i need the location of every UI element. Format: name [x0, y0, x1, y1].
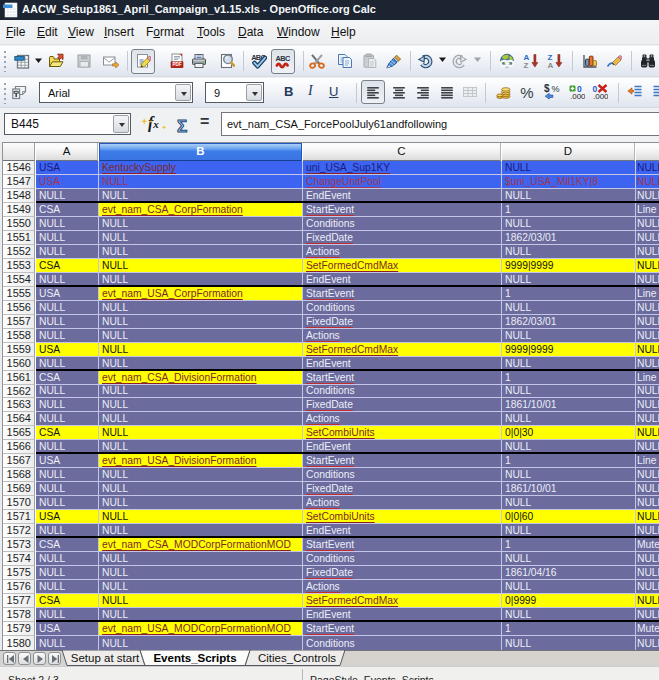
svg-text:%: %	[520, 84, 533, 100]
svg-text:A: A	[548, 61, 554, 69]
svg-text:$: $	[544, 84, 550, 94]
svg-text:PDF: PDF	[172, 62, 181, 67]
svg-text:.000: .000	[593, 92, 608, 100]
svg-text:Σ: Σ	[177, 117, 187, 136]
svg-text:Z: Z	[524, 61, 529, 69]
svg-text:.000: .000	[570, 92, 585, 100]
svg-text:ABC: ABC	[276, 54, 291, 63]
svg-text:%: %	[552, 84, 560, 94]
